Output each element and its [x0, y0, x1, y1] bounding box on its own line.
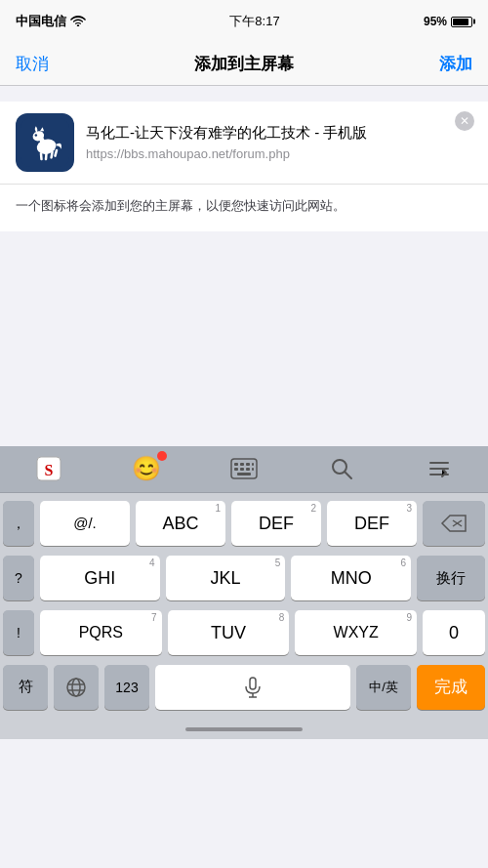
comma-label: ， [12, 517, 25, 530]
key-pqrs-number: 7 [151, 613, 157, 623]
svg-point-26 [67, 679, 85, 696]
key-fu[interactable]: 符 [3, 665, 48, 710]
key-wxyz[interactable]: 9 WXYZ [295, 610, 417, 655]
key-jkl-label: JKL [210, 569, 240, 587]
svg-rect-17 [234, 468, 238, 471]
svg-point-9 [35, 134, 38, 137]
svg-rect-20 [252, 468, 254, 471]
key-mno-label: MNO [331, 569, 372, 587]
wifi-icon [70, 15, 86, 29]
svg-point-27 [72, 679, 80, 696]
key-def-label: DEF [259, 515, 294, 532]
key-zero-label: 0 [449, 624, 459, 641]
svg-text:S: S [45, 462, 54, 478]
site-name: 马化工-让天下没有难学的化工技术 - 手机版 [86, 124, 472, 143]
key-ghi-label: GHI [84, 569, 115, 587]
key-mno-number: 6 [400, 558, 406, 568]
svg-rect-19 [246, 468, 250, 471]
question-label: ? [15, 571, 22, 585]
keyboard-row-2: ? 4 GHI 5 JKL 6 MNO 换行 [3, 556, 485, 600]
key-zero[interactable]: 0 [423, 610, 485, 655]
key-pqrs[interactable]: 7 PQRS [40, 610, 162, 655]
emoji-toolbar-btn[interactable]: 😊 [125, 451, 168, 486]
cancel-button[interactable]: 取消 [16, 53, 49, 75]
home-indicator [0, 720, 488, 739]
key-ghi[interactable]: 4 GHI [40, 556, 160, 600]
site-url: https://bbs.mahoupao.net/forum.php [86, 146, 472, 161]
key-tuv[interactable]: 8 TUV [168, 610, 290, 655]
home-bar [185, 727, 303, 731]
dismiss-toolbar-btn[interactable] [418, 451, 461, 486]
key-delete[interactable] [423, 501, 485, 546]
key-ghi-number: 4 [149, 558, 155, 568]
key-jkl[interactable]: 5 JKL [166, 556, 286, 600]
carrier-label: 中国电信 [16, 13, 66, 30]
search-toolbar-btn[interactable] [320, 451, 363, 486]
key-jkl-number: 5 [275, 558, 281, 568]
key-enter[interactable]: 换行 [417, 556, 485, 600]
status-bar: 中国电信 下午8:17 95% [0, 0, 488, 43]
key-mno[interactable]: 6 MNO [291, 556, 411, 600]
key-def[interactable]: 2 DEF [231, 501, 321, 546]
keyboard-toolbar: S 😊 [0, 446, 488, 493]
svg-rect-21 [237, 473, 251, 475]
key-123[interactable]: 123 [104, 665, 149, 710]
svg-point-0 [77, 24, 79, 26]
key-def-number: 2 [310, 504, 316, 514]
key-def3-label: DEF [354, 515, 389, 532]
key-globe[interactable] [54, 665, 99, 710]
key-done-label: 完成 [434, 676, 468, 698]
keyboard-row-1: ， @/. 1 ABC 2 DEF 3 DEF [3, 501, 485, 546]
key-abc-number: 1 [215, 504, 221, 514]
battery-icon [451, 17, 472, 27]
keyboard-bottom-row: 符 123 中/英 完成 [3, 665, 485, 710]
key-zhongwen[interactable]: 中/英 [356, 665, 411, 710]
top-spacer [0, 86, 488, 102]
exclaim-label: ! [17, 626, 20, 640]
svg-rect-18 [240, 468, 244, 471]
svg-rect-16 [252, 463, 254, 466]
site-info: 马化工-让天下没有难学的化工技术 - 手机版 https://bbs.mahou… [86, 124, 472, 161]
status-time: 下午8:17 [229, 13, 279, 30]
keyboard-rows: ， @/. 1 ABC 2 DEF 3 DEF ? [0, 493, 488, 720]
key-pqrs-label: PQRS [79, 625, 123, 641]
nav-bar: 取消 添加到主屏幕 添加 [0, 43, 488, 86]
sogou-toolbar-btn[interactable]: S [27, 451, 70, 486]
description-text: 一个图标将会添加到您的主屏幕，以便您快速访问此网站。 [0, 185, 488, 231]
key-def3[interactable]: 3 DEF [327, 501, 417, 546]
svg-line-23 [345, 472, 351, 478]
website-row: 马化工-让天下没有难学的化工技术 - 手机版 https://bbs.mahou… [0, 102, 488, 185]
question-key[interactable]: ? [3, 556, 34, 600]
key-abc[interactable]: 1 ABC [136, 501, 225, 546]
close-button[interactable]: ✕ [455, 111, 474, 131]
battery-percent: 95% [424, 15, 447, 28]
exclaim-key[interactable]: ! [3, 610, 34, 655]
status-left: 中国电信 [16, 13, 86, 30]
content-spacer [0, 231, 488, 446]
svg-rect-13 [234, 463, 238, 466]
keyboard-toolbar-btn[interactable] [223, 451, 265, 486]
key-done[interactable]: 完成 [417, 665, 485, 710]
comma-key[interactable]: ， [3, 501, 34, 546]
key-wxyz-label: WXYZ [334, 625, 379, 641]
key-zhongwen-label: 中/英 [369, 679, 398, 696]
svg-rect-15 [246, 463, 250, 466]
status-right: 95% [424, 15, 472, 28]
key-at-slash-dot[interactable]: @/. [40, 501, 130, 546]
add-button[interactable]: 添加 [439, 53, 472, 75]
key-fu-label: 符 [19, 678, 33, 696]
key-wxyz-number: 9 [406, 613, 412, 623]
key-enter-label: 换行 [436, 570, 466, 585]
site-icon [16, 113, 74, 172]
page-title: 添加到主屏幕 [194, 53, 294, 75]
key-space[interactable] [155, 665, 350, 710]
keyboard-row-3: ! 7 PQRS 8 TUV 9 WXYZ 0 [3, 610, 485, 655]
svg-rect-30 [250, 678, 256, 689]
key-123-label: 123 [115, 680, 138, 695]
key-def3-number: 3 [406, 504, 412, 514]
mic-icon [241, 676, 264, 699]
key-tuv-number: 8 [279, 613, 285, 623]
key-abc-label: ABC [162, 515, 198, 532]
key-at-slash-dot-label: @/. [73, 516, 97, 530]
key-tuv-label: TUV [211, 624, 246, 641]
